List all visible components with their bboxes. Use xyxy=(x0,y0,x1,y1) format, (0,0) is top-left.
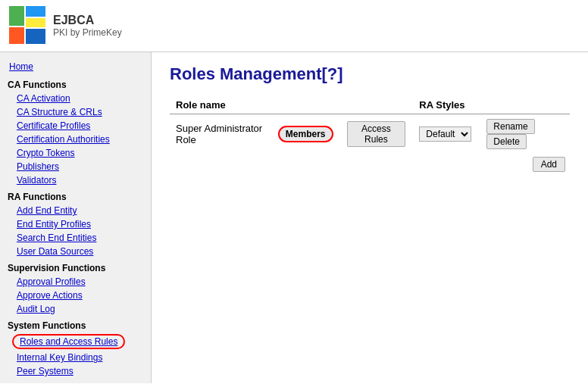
ejbca-logo-icon xyxy=(9,6,45,45)
sidebar-item-peer-systems[interactable]: Peer Systems xyxy=(0,364,151,378)
rename-button[interactable]: Rename xyxy=(486,119,534,134)
logo-text: EJBCA PKI by PrimeKey xyxy=(53,14,122,38)
add-row: Add xyxy=(170,154,570,176)
sidebar-item-certificate-profiles[interactable]: Certificate Profiles xyxy=(0,119,151,133)
app-title: EJBCA xyxy=(53,14,122,27)
app-subtitle: PKI by PrimeKey xyxy=(53,27,122,38)
sidebar-section-system: System Functions xyxy=(0,316,151,332)
access-rules-cell: Access Rules xyxy=(341,114,414,155)
add-button[interactable]: Add xyxy=(533,157,565,172)
svg-rect-3 xyxy=(26,18,45,27)
header: EJBCA PKI by PrimeKey xyxy=(0,0,588,52)
add-cell: Add xyxy=(170,154,570,176)
table-row: Super Administrator Role Members Access … xyxy=(170,114,570,155)
col-empty xyxy=(272,96,341,114)
members-cell: Members xyxy=(272,114,341,155)
sidebar-item-add-end-entity[interactable]: Add End Entity xyxy=(0,204,151,217)
members-button[interactable]: Members xyxy=(278,126,333,142)
role-name-cell: Super Administrator Role xyxy=(170,114,272,155)
sidebar-item-user-data-sources[interactable]: User Data Sources xyxy=(0,245,151,258)
sidebar-home[interactable]: Home xyxy=(0,58,151,75)
sidebar: Home CA Functions CA Activation CA Struc… xyxy=(0,52,152,383)
sidebar-section-ca: CA Functions xyxy=(0,75,151,92)
sidebar-item-approval-profiles[interactable]: Approval Profiles xyxy=(0,275,151,289)
col-empty2 xyxy=(341,96,414,114)
sidebar-item-ca-structure-crls[interactable]: CA Structure & CRLs xyxy=(0,105,151,119)
col-actions xyxy=(480,96,570,114)
sidebar-item-end-entity-profiles[interactable]: End Entity Profiles xyxy=(0,217,151,231)
sidebar-item-validators[interactable]: Validators xyxy=(0,173,151,187)
ra-styles-cell: Default xyxy=(413,114,480,155)
sidebar-item-certification-authorities[interactable]: Certification Authorities xyxy=(0,133,151,146)
sidebar-item-audit-log[interactable]: Audit Log xyxy=(0,302,151,316)
col-role-name: Role name xyxy=(170,96,272,114)
svg-rect-0 xyxy=(9,6,24,26)
sidebar-item-ca-activation[interactable]: CA Activation xyxy=(0,92,151,105)
sidebar-item-crypto-tokens[interactable]: Crypto Tokens xyxy=(0,146,151,160)
access-rules-button[interactable]: Access Rules xyxy=(347,121,406,147)
sidebar-item-internal-key-bindings[interactable]: Internal Key Bindings xyxy=(0,351,151,364)
sidebar-item-roles-and-access-rules[interactable]: Roles and Access Rules xyxy=(12,334,125,349)
sidebar-section-supervision: Supervision Functions xyxy=(0,258,151,275)
main-layout: Home CA Functions CA Activation CA Struc… xyxy=(0,52,588,383)
main-content: Roles Management[?] Role name RA Styles … xyxy=(152,52,588,383)
sidebar-item-approve-actions[interactable]: Approve Actions xyxy=(0,289,151,302)
svg-rect-1 xyxy=(26,6,45,17)
ra-styles-select[interactable]: Default xyxy=(419,126,471,142)
page-title: Roles Management[?] xyxy=(170,64,570,84)
svg-rect-4 xyxy=(26,29,45,44)
sidebar-section-ra: RA Functions xyxy=(0,187,151,204)
svg-rect-2 xyxy=(9,27,24,44)
sidebar-item-roles-wrapper: Roles and Access Rules xyxy=(0,332,151,351)
col-ra-styles: RA Styles xyxy=(413,96,480,114)
sidebar-item-publishers[interactable]: Publishers xyxy=(0,160,151,173)
sidebar-item-search-end-entities[interactable]: Search End Entities xyxy=(0,231,151,245)
action-buttons-cell: Rename Delete xyxy=(480,114,570,155)
delete-button[interactable]: Delete xyxy=(486,134,527,149)
roles-table: Role name RA Styles Super Administrator … xyxy=(170,96,570,176)
